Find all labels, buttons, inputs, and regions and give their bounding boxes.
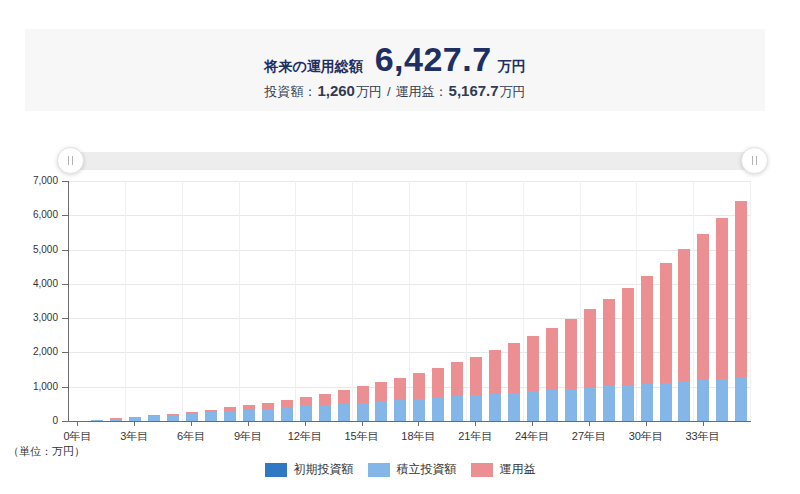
slider-handle-right[interactable]	[741, 147, 768, 174]
bar[interactable]	[394, 378, 406, 421]
bar[interactable]	[243, 405, 255, 421]
x-tick	[362, 422, 363, 426]
summary-total-value: 6,427.7	[375, 40, 492, 79]
bar[interactable]	[413, 373, 425, 421]
bar-segment	[319, 405, 331, 421]
bar-segment	[394, 378, 406, 400]
y-tick-label: 4,000	[0, 278, 58, 290]
bar-band	[69, 181, 88, 421]
bar[interactable]	[148, 415, 160, 421]
bar[interactable]	[451, 362, 463, 421]
bar[interactable]	[186, 412, 198, 421]
legend-item: 積立投資額	[368, 461, 457, 478]
bar[interactable]	[357, 386, 369, 421]
bar-band	[448, 181, 467, 421]
x-tick-label: 6年目	[163, 429, 219, 444]
bar-segment	[451, 362, 463, 396]
bar[interactable]	[508, 343, 520, 421]
x-tick-label: 18年目	[390, 429, 446, 444]
bar-segment	[603, 299, 615, 386]
legend-swatch	[471, 463, 493, 477]
bar-segment	[224, 411, 236, 421]
bar[interactable]	[338, 390, 350, 421]
bar[interactable]	[375, 382, 387, 421]
x-tick	[589, 422, 590, 426]
bar[interactable]	[678, 249, 690, 421]
bar-band	[315, 181, 334, 421]
invest-label: 投資額：	[264, 83, 316, 101]
bar-segment	[641, 384, 653, 421]
bar[interactable]	[660, 263, 672, 421]
bar-band	[599, 181, 618, 421]
x-tick-label: 27年目	[561, 429, 617, 444]
bar[interactable]	[641, 276, 653, 421]
bar[interactable]	[603, 299, 615, 421]
bar-band	[467, 181, 486, 421]
bar-series	[69, 181, 751, 421]
grip-vertical-icon	[752, 156, 757, 165]
bar[interactable]	[129, 417, 141, 421]
bar[interactable]	[432, 368, 444, 421]
bar-segment	[565, 319, 577, 389]
slider-track[interactable]	[70, 152, 755, 170]
bar-segment	[300, 406, 312, 421]
summary-panel: 将来の運用総額 6,427.7 万円 投資額：1,260万円 / 運用益：5,1…	[25, 29, 765, 111]
bar-segment	[357, 403, 369, 422]
bar-band	[524, 181, 543, 421]
legend-label: 初期投資額	[294, 461, 354, 478]
bar[interactable]	[110, 418, 122, 421]
x-tick-label: 24年目	[504, 429, 560, 444]
profit-value: 5,167.7	[449, 82, 499, 99]
bar[interactable]	[735, 201, 747, 421]
bar[interactable]	[205, 410, 217, 421]
bar-segment	[508, 343, 520, 392]
legend-label: 積立投資額	[397, 461, 457, 478]
invest-unit: 万円	[356, 83, 382, 101]
summary-title: 将来の運用総額	[264, 58, 362, 76]
bar[interactable]	[262, 403, 274, 422]
legend: 初期投資額積立投資額運用益	[0, 461, 800, 478]
bar-band	[618, 181, 637, 421]
bar-segment	[470, 395, 482, 421]
bar-segment	[319, 394, 331, 405]
bar[interactable]	[716, 218, 728, 421]
bar-segment	[338, 404, 350, 421]
bar-segment	[300, 397, 312, 406]
bar[interactable]	[489, 350, 501, 421]
bar-band	[239, 181, 258, 421]
bar[interactable]	[300, 397, 312, 421]
bar[interactable]	[224, 407, 236, 421]
slider-handle-left[interactable]	[57, 147, 84, 174]
bar-segment	[338, 390, 350, 404]
bar[interactable]	[622, 288, 634, 421]
bar-segment	[262, 409, 274, 421]
bar[interactable]	[565, 319, 577, 421]
bar-band	[334, 181, 353, 421]
bar-band	[505, 181, 524, 421]
bar[interactable]	[584, 309, 596, 421]
bar[interactable]	[319, 394, 331, 421]
bar[interactable]	[470, 357, 482, 421]
x-tick	[646, 422, 647, 426]
plot-area	[68, 181, 751, 422]
y-tick-label: 2,000	[0, 346, 58, 358]
bar-segment	[641, 276, 653, 384]
bar-segment	[716, 218, 728, 379]
bar[interactable]	[281, 400, 293, 421]
bar[interactable]	[167, 414, 179, 421]
bar-band	[88, 181, 107, 421]
bar-segment	[716, 379, 728, 421]
x-tick	[248, 422, 249, 426]
bar-segment	[660, 383, 672, 421]
bar-segment	[603, 386, 615, 421]
bar[interactable]	[546, 328, 558, 421]
bar-segment	[584, 388, 596, 421]
bar-segment	[110, 419, 122, 421]
bar-segment	[546, 328, 558, 391]
bar-segment	[148, 416, 160, 421]
bar-segment	[432, 368, 444, 398]
bar[interactable]	[91, 420, 103, 421]
bar[interactable]	[527, 336, 539, 421]
bar[interactable]	[697, 234, 709, 421]
bar-band	[656, 181, 675, 421]
